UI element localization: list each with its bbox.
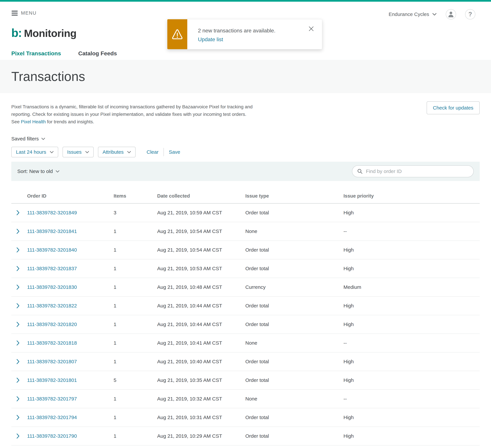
expand-row-button[interactable]: [11, 433, 27, 439]
column-header-date-collected: Date collected: [157, 193, 245, 199]
order-id-link[interactable]: 111-3839782-3201797: [27, 396, 113, 402]
items-cell: 1: [113, 359, 157, 365]
expand-row-button[interactable]: [11, 247, 27, 253]
date-collected-cell: Aug 21, 2019, 10:53 AM CST: [157, 266, 245, 271]
chevron-right-icon: [16, 229, 20, 234]
clear-filters-button[interactable]: Clear: [147, 149, 159, 155]
order-id-link[interactable]: 111-3839782-3201790: [27, 433, 113, 439]
chevron-down-icon[interactable]: [433, 13, 436, 16]
intro-section: Pixel Transactions is a dynamic, filtera…: [11, 103, 480, 126]
description-line-3: See Pixel Health for trends and insights…: [11, 118, 253, 126]
search-input[interactable]: [366, 168, 468, 174]
table-row: 111-3839782-3201840 1 Aug 21, 2019, 10:5…: [11, 241, 480, 259]
update-list-link[interactable]: Update list: [198, 37, 223, 43]
issue-type-cell: Order total: [245, 266, 343, 271]
save-filters-button[interactable]: Save: [169, 149, 180, 155]
expand-row-button[interactable]: [11, 266, 27, 271]
filter-actions-divider: [163, 148, 164, 156]
sort-dropdown[interactable]: Sort: New to old: [17, 168, 59, 174]
table-row: 111-3839782-3201794 1 Aug 21, 2019, 10:3…: [11, 408, 480, 427]
items-cell: 1: [113, 247, 157, 253]
time-range-filter-label: Last 24 hours: [16, 149, 46, 155]
table-row: 111-3839782-3201797 1 Aug 21, 2019, 10:3…: [11, 390, 480, 408]
column-header-order-id: Order ID: [27, 193, 113, 199]
saved-filters-dropdown[interactable]: Saved filters: [11, 136, 480, 142]
table-row: 111-3839782-3201837 1 Aug 21, 2019, 10:5…: [11, 259, 480, 278]
issue-type-cell: None: [245, 396, 343, 402]
chevron-right-icon: [16, 210, 20, 215]
user-avatar-button[interactable]: [446, 9, 456, 19]
table-row: 111-3839782-3201807 1 Aug 21, 2019, 10:4…: [11, 352, 480, 371]
expand-row-button[interactable]: [11, 340, 27, 346]
expand-row-button[interactable]: [11, 359, 27, 364]
close-icon[interactable]: [308, 26, 314, 32]
tab-pixel-transactions[interactable]: Pixel Transactions: [11, 50, 61, 57]
issue-type-cell: Order total: [245, 210, 343, 216]
page-title: Transactions: [11, 69, 85, 84]
issue-type-cell: Order total: [245, 377, 343, 383]
date-collected-cell: Aug 21, 2019, 10:41 AM CST: [157, 340, 245, 346]
order-id-link[interactable]: 111-3839782-3201849: [27, 210, 113, 216]
warning-triangle-icon: [172, 29, 183, 39]
help-button[interactable]: ?: [465, 9, 475, 19]
order-id-link[interactable]: 111-3839782-3201794: [27, 415, 113, 420]
expand-row-button[interactable]: [11, 229, 27, 234]
page-description: Pixel Transactions is a dynamic, filtera…: [11, 103, 253, 126]
table-row: 111-3839782-3201841 1 Aug 21, 2019, 10:5…: [11, 222, 480, 241]
issue-type-cell: Order total: [245, 321, 343, 327]
chevron-right-icon: [16, 396, 20, 402]
issue-priority-cell: High: [343, 359, 480, 365]
menu-button[interactable]: MENU: [12, 10, 37, 16]
order-id-link[interactable]: 111-3839782-3201820: [27, 321, 113, 327]
items-cell: 1: [113, 321, 157, 327]
description-line-1: Pixel Transactions is a dynamic, filtera…: [11, 103, 253, 110]
order-id-link[interactable]: 111-3839782-3201837: [27, 266, 113, 271]
issues-filter[interactable]: Issues: [63, 147, 94, 157]
order-id-link[interactable]: 111-3839782-3201841: [27, 229, 113, 234]
time-range-filter[interactable]: Last 24 hours: [11, 147, 58, 157]
expand-row-button[interactable]: [11, 377, 27, 383]
items-cell: 3: [113, 210, 157, 216]
expand-row-button[interactable]: [11, 322, 27, 327]
chevron-right-icon: [16, 340, 20, 346]
order-id-link[interactable]: 111-3839782-3201822: [27, 303, 113, 309]
order-search-box: [352, 165, 474, 177]
order-id-link[interactable]: 111-3839782-3201830: [27, 284, 113, 290]
tab-catalog-feeds[interactable]: Catalog Feeds: [78, 50, 117, 57]
sort-label: Sort: New to old: [17, 168, 53, 174]
issue-priority-cell: --: [343, 340, 480, 346]
account-switcher[interactable]: Endurance Cycles: [389, 11, 429, 17]
issue-type-cell: None: [245, 229, 343, 234]
saved-filters-label: Saved filters: [11, 136, 39, 142]
expand-row-button[interactable]: [11, 415, 27, 420]
check-for-updates-button[interactable]: Check for updates: [427, 101, 480, 114]
order-id-link[interactable]: 111-3839782-3201807: [27, 359, 113, 365]
expand-row-button[interactable]: [11, 210, 27, 215]
account-area: Endurance Cycles ?: [389, 9, 475, 20]
order-id-link[interactable]: 111-3839782-3201818: [27, 340, 113, 346]
sort-bar: Sort: New to old: [11, 162, 480, 181]
table-row: 111-3839782-3201822 1 Aug 21, 2019, 10:4…: [11, 297, 480, 315]
pixel-health-link[interactable]: Pixel Health: [21, 119, 46, 124]
question-mark-icon: ?: [468, 11, 472, 18]
items-cell: 1: [113, 303, 157, 309]
toast-accent-panel: [167, 19, 187, 49]
expand-row-button[interactable]: [11, 396, 27, 402]
column-header-items: Items: [113, 193, 157, 199]
expand-row-button[interactable]: [11, 303, 27, 308]
order-id-link[interactable]: 111-3839782-3201801: [27, 377, 113, 383]
issue-type-cell: Order total: [245, 247, 343, 253]
brand-top-bar: [0, 0, 491, 2]
table-row: 111-3839782-3201818 1 Aug 21, 2019, 10:4…: [11, 334, 480, 352]
date-collected-cell: Aug 21, 2019, 10:48 AM CST: [157, 284, 245, 290]
attributes-filter[interactable]: Attributes: [98, 147, 136, 157]
person-icon: [448, 11, 454, 17]
chevron-right-icon: [16, 415, 20, 420]
order-id-link[interactable]: 111-3839782-3201840: [27, 247, 113, 253]
brand-b-logo: b:: [11, 26, 22, 40]
main-content: Pixel Transactions is a dynamic, filtera…: [0, 103, 491, 446]
app-header: MENU Endurance Cycles ? b: Monitoring Pi…: [0, 2, 491, 60]
issue-type-cell: Order total: [245, 433, 343, 439]
date-collected-cell: Aug 21, 2019, 10:31 AM CST: [157, 415, 245, 420]
expand-row-button[interactable]: [11, 284, 27, 290]
